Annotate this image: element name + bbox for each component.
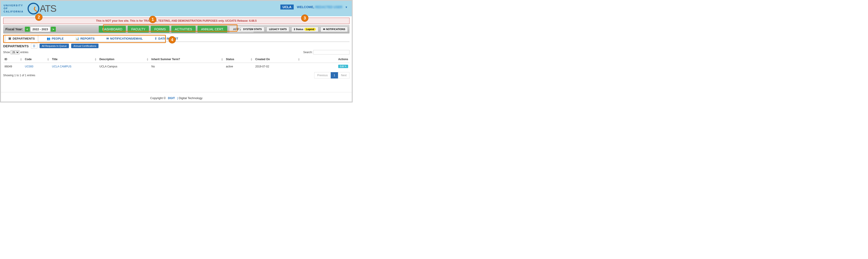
uc-line1: UNIVERSITY [4,4,24,7]
mail-icon: ✉ [106,37,109,40]
tab-people-label: PEOPLE [52,37,64,40]
cell-created: 2019-07-02 [254,63,301,70]
welcome-text[interactable]: WELCOME, REDACTED USER ▼ [297,5,348,9]
tab-data-import[interactable]: ⇪ DATA IMPORT [151,35,181,41]
col-actions: Actions [301,56,349,63]
col-id[interactable]: ID▲▼ [3,56,24,63]
col-created[interactable]: Created On▲▼ [254,56,301,63]
show-suffix: entries [20,51,28,54]
cell-code-link[interactable]: UC000 [25,65,33,68]
people-icon: 👥 [47,37,51,40]
table-row: 86049 UC000 UCLA CAMPUS UCLA Campus No a… [3,63,349,70]
cell-inherit: No [150,63,224,70]
annual-cert-button[interactable]: Annual Certifications [71,44,98,48]
col-description[interactable]: Description▲▼ [98,56,150,63]
warning-banner: This is NOT your live site. This is for … [3,18,349,24]
nav-dashboard[interactable]: DASHBOARD [99,26,126,33]
fy-next-button[interactable]: > [51,27,56,32]
cell-id: 86049 [3,63,24,70]
mail-icon: ✉ [323,28,325,31]
departments-table: ID▲▼ Code▲▼ Title▲▼ Description▲▼ Inheri… [3,56,349,70]
system-stats-button[interactable]: SYSTEM STATS [241,27,264,32]
departments-panel: DEPARTMENTS ☰ All Requests In Queue Annu… [3,43,349,79]
legacy-oats-button[interactable]: LEGACY OATS [267,27,289,32]
page-1[interactable]: 1 [331,72,338,79]
sort-icon: ▲▼ [250,58,253,61]
callout-2: 2 [35,13,42,21]
tab-notifications-email[interactable]: ✉ NOTIFICATIONS/EMAIL [103,35,146,41]
nav-activities[interactable]: ACTIVITIES [171,26,196,33]
tab-people[interactable]: 👥 PEOPLE [43,35,67,41]
show-entries-select[interactable]: 25 [11,50,20,54]
search-wrap: Search: [303,50,349,55]
oats-text: ATS [40,3,56,14]
col-title[interactable]: Title▲▼ [51,56,98,63]
cell-title-link[interactable]: UCLA CAMPUS [52,65,71,68]
chart-icon: 📊 [75,37,79,40]
copyright-text: Copyright © [150,96,166,100]
nav-annual-cert[interactable]: ANNUAL CERT. [197,26,227,33]
fiscal-year-label: Fiscal Year: [5,27,23,31]
col-status[interactable]: Status▲▼ [224,56,254,63]
dgit-link[interactable]: DGIT [168,96,175,100]
table-controls: Show 25 entries Search: [3,50,349,55]
welcome-label: WELCOME, [297,5,314,9]
ucla-badge: UCLA [280,4,294,9]
sort-icon: ▲▼ [298,58,300,61]
sort-icon: ▲▼ [47,58,49,61]
tab-departments[interactable]: 🏛 DEPARTMENTS [5,35,38,42]
fy-prev-button[interactable]: < [25,27,30,32]
uc-line2: OF [4,7,24,10]
table-info: Showing 1 to 1 of 1 entries [3,74,35,77]
cell-status: active [224,63,254,70]
sub-nav: 🏛 DEPARTMENTS 👥 PEOPLE 📊 REPORTS ✉ NOTIF… [3,35,349,42]
pagination: Previous 1 Next [314,72,349,79]
building-icon: 🏛 [8,37,11,40]
callout-3: 3 [301,15,308,22]
tab-reports-label: REPORTS [81,37,95,40]
page-footer: Copyright © DGIT | Digital Technology [1,92,352,102]
cell-description: UCLA Campus [98,63,150,70]
digital-tech-text: Digital Technology [179,96,203,100]
show-prefix: Show [3,51,10,54]
show-entries: Show 25 entries [3,50,28,54]
table-footer: Showing 1 to 1 of 1 entries Previous 1 N… [3,72,349,79]
uc-logo-text: UNIVERSITY OF CALIFORNIA [4,4,24,13]
status-legend-button[interactable]: ℹ Status Legend [291,27,318,32]
notifications-label: NOTIFICATIONS [326,28,345,31]
sort-icon: ▲▼ [146,58,149,61]
tab-reports[interactable]: 📊 REPORTS [72,35,98,41]
clock-icon [28,3,39,15]
edit-label: Edit [340,65,344,68]
chevron-down-icon: ▼ [345,6,348,9]
notifications-button[interactable]: ✉ NOTIFICATIONS [320,27,348,32]
pencil-icon: ✎ [344,65,346,68]
status-label: Status [296,28,303,31]
search-input[interactable] [313,50,349,55]
legend-badge: Legend [304,28,316,31]
nav-forms[interactable]: FORMS [151,26,169,33]
nav-faculty[interactable]: FACULTY [128,26,149,33]
oats-logo: ATS [28,3,56,15]
main-toolbar: Fiscal Year: < 2022 - 2023 > DASHBOARD F… [3,25,349,33]
callout-1: 1 [149,16,156,23]
all-requests-button[interactable]: All Requests In Queue [39,44,69,48]
callout-4: 4 [168,36,176,44]
search-label: Search: [303,51,312,54]
sort-icon: ▲▼ [221,58,223,61]
main-nav: DASHBOARD FACULTY FORMS ACTIVITIES ANNUA… [99,26,254,33]
sort-icon: ▲▼ [20,58,22,61]
col-code[interactable]: Code▲▼ [24,56,51,63]
header-right: UCLA WELCOME, REDACTED USER ▼ [280,4,348,9]
edit-button[interactable]: Edit ✎ [338,65,348,68]
sort-icon: ▲▼ [94,58,97,61]
tab-notifications-label: NOTIFICATIONS/EMAIL [110,37,143,40]
col-inherit[interactable]: Inherit Summer Term?▲▼ [150,56,224,63]
page-prev[interactable]: Previous [314,72,331,79]
info-icon: ℹ [294,28,295,31]
uc-line3: CALIFORNIA [4,10,24,13]
page-next[interactable]: Next [338,72,349,79]
filter-icon-button[interactable]: ☰ [31,43,37,49]
app-header: UNIVERSITY OF CALIFORNIA ATS UCLA WELCOM… [1,1,352,16]
panel-title: DEPARTMENTS [3,44,29,48]
